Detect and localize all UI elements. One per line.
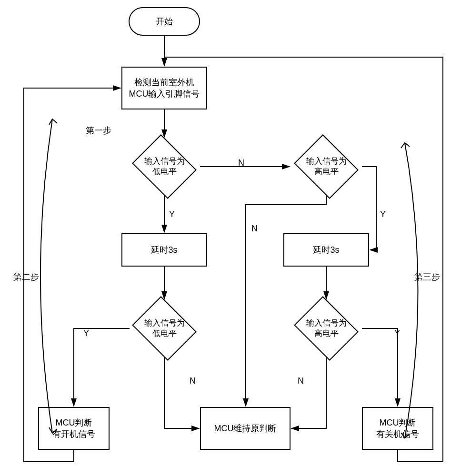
edge-label-n: N: [251, 224, 258, 234]
result-keep-original: MCU维持原判断: [200, 407, 291, 450]
edge-label-y: Y: [83, 328, 89, 338]
result-shutdown-signal: MCU判断 有关机信号: [362, 407, 433, 450]
edge-label-n: N: [190, 376, 196, 386]
delay-left-label: 延时3s: [151, 244, 177, 256]
decision-input-low-2-label: 输入信号为 低电平: [129, 300, 200, 357]
decision-input-low-1-label: 输入信号为 低电平: [129, 138, 200, 195]
decision-input-low-1: 输入信号为 低电平: [129, 138, 200, 195]
result-shutdown-label: MCU判断 有关机信号: [376, 417, 419, 440]
start-label: 开始: [156, 16, 173, 27]
result-boot-signal: MCU判断 有开机信号: [38, 407, 110, 450]
step1-label: 第一步: [86, 125, 111, 136]
decision-input-high-1: 输入信号为 高电平: [291, 138, 362, 195]
start-terminator: 开始: [129, 7, 200, 36]
edge-label-y: Y: [394, 328, 400, 338]
delay-left: 延时3s: [121, 233, 207, 267]
result-boot-label: MCU判断 有开机信号: [52, 417, 95, 440]
step3-label: 第三步: [414, 271, 440, 283]
decision-input-high-2: 输入信号为 高电平: [291, 300, 362, 357]
decision-input-low-2: 输入信号为 低电平: [129, 300, 200, 357]
edge-label-n: N: [238, 158, 244, 168]
delay-right-label: 延时3s: [313, 244, 339, 256]
result-keep-label: MCU维持原判断: [214, 423, 277, 434]
delay-right: 延时3s: [283, 233, 369, 267]
detect-label: 检测当前室外机 MCU输入引脚信号: [129, 77, 200, 100]
step2-label: 第二步: [13, 271, 39, 283]
edge-label-y: Y: [380, 209, 386, 219]
edge-label-y: Y: [169, 209, 175, 219]
edge-label-n: N: [298, 376, 304, 386]
decision-input-high-2-label: 输入信号为 高电平: [291, 300, 362, 357]
flow-arrows: [0, 0, 451, 476]
process-detect-signal: 检测当前室外机 MCU输入引脚信号: [121, 67, 207, 109]
decision-input-high-1-label: 输入信号为 高电平: [291, 138, 362, 195]
